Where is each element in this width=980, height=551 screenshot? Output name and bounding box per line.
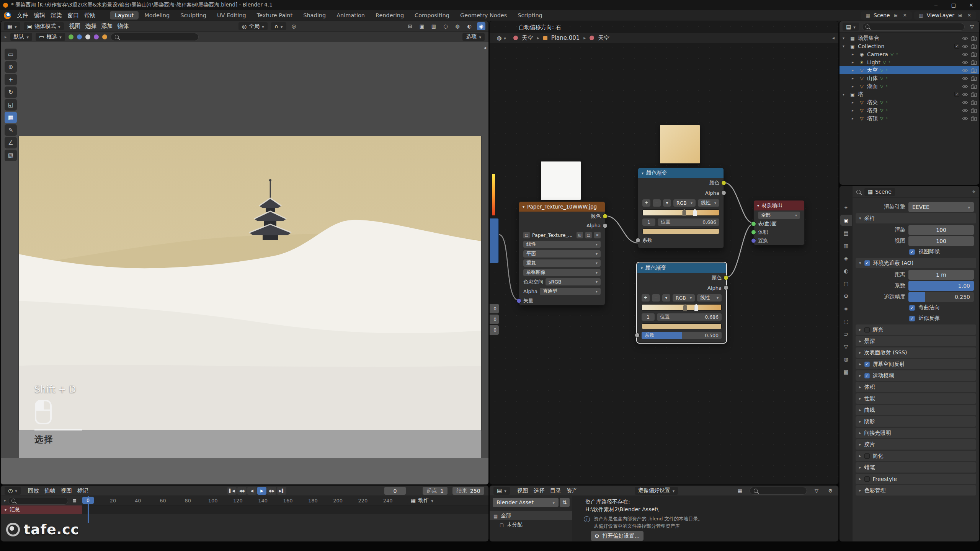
outliner-item-label[interactable]: 塔尖 [867,99,878,106]
outliner-row[interactable]: ▸ 塔顶 ✓ [840,114,979,122]
shader-node-editor[interactable]: 自动偏移方向: 右 ◍ 天空 ▸ Plane.001 ▸ 天空 ◂ 000 ▾P… [490,21,838,484]
sidebar-collapse-icon[interactable]: ◂ [832,35,835,41]
color-output-socket[interactable] [724,276,728,280]
outliner-row[interactable]: ▸ Camera ✓ [840,50,979,58]
viewport-denoise-checkbox[interactable] [909,249,915,255]
hide-in-viewport-icon[interactable] [962,68,968,73]
stop-index-field[interactable]: 1 [642,218,655,226]
workspace-tab[interactable]: Animation [332,11,370,20]
workspace-tab[interactable]: Compositing [410,11,454,20]
asset-menu-item[interactable]: 资产 [565,487,580,495]
hide-in-viewport-icon[interactable] [962,76,968,81]
workspace-tab[interactable]: Sculpting [175,11,211,20]
expand-arrow-icon[interactable]: ▸ [852,68,856,72]
viewport-search[interactable] [111,33,199,41]
output-target-dropdown[interactable]: 全部 [758,212,800,219]
color-ramp-gradient[interactable] [642,304,722,311]
properties-section[interactable]: Freestyle [856,474,976,484]
workspace-tab[interactable]: Scripting [513,11,547,20]
colorramp-node-1[interactable]: ▾颜色渐变 颜色 Alpha + − ▾ RGB 线性 1 位置0.686 系数 [638,168,724,248]
ao-precision-slider[interactable]: 0.250 [908,292,974,302]
expand-arrow-icon[interactable]: ▸ [852,100,856,104]
properties-tab[interactable]: ◉ [840,215,852,226]
section-checkbox[interactable] [864,327,870,333]
expand-arrow-icon[interactable]: ▸ [852,116,856,121]
summary-channel[interactable]: ▾汇总 [1,505,82,514]
properties-section[interactable]: 次表面散射 (SSS) [856,347,976,358]
ao-section-header[interactable]: 环境光遮蔽 (AO) [856,258,976,268]
unlink-scene-button[interactable]: ✕ [902,12,908,19]
outliner-item-label[interactable]: 天空 [867,67,878,74]
viewport-canvas[interactable]: ▭⊕+↻◱▦✎∠▧ ◂ [1,42,488,484]
colorramp-node-2[interactable]: ▾颜色渐变 颜色 Alpha + − ▾ RGB 线性 1 位置0.686 系数… [637,262,726,343]
filter-icon[interactable]: ▽ [968,23,976,31]
pin-icon[interactable]: ⌖ [972,188,975,195]
color-ramp-gradient[interactable] [642,209,719,216]
editor-type-button[interactable]: ▤ [843,23,859,31]
transport-button[interactable]: ◀◆ [237,487,247,495]
open-preferences-button[interactable]: ⚙打开偏好设置... [591,531,644,541]
outliner[interactable]: ▤ ▽ ▾ 场景集合 ✓ ▾ Collection [840,21,979,185]
properties-section[interactable]: 简化 [856,451,976,461]
hide-in-viewport-icon[interactable] [962,92,968,97]
alpha-output-socket[interactable] [721,191,726,196]
workspace-tab[interactable]: Layout [110,11,139,20]
properties-tab[interactable]: ◐ [840,265,852,276]
viewport-menu-item[interactable]: 视图 [67,22,83,30]
summary-track[interactable]: ▾汇总 [1,505,488,514]
breadcrumb-object[interactable]: Plane.001 [551,34,580,41]
snap-selector[interactable]: ∩ [271,22,286,30]
toolbar-tool-button[interactable]: ◱ [5,99,17,111]
collapse-icon[interactable]: ▾ [523,205,524,209]
remove-viewlayer-button[interactable]: ✕ [966,12,973,19]
editor-type-button[interactable]: ◍ [493,34,510,42]
outliner-row[interactable]: ▸ Light ✓ [840,58,979,66]
properties-section[interactable]: 辉光 [856,324,976,335]
workspace-tab[interactable]: UV Editing [212,11,251,20]
properties-tab[interactable]: ◍ [840,354,852,365]
outliner-row[interactable]: ▸ 塔身 ✓ [840,106,979,114]
workspace-tab[interactable]: Modeling [139,11,175,20]
ramp-stop[interactable] [682,209,686,216]
new-viewlayer-button[interactable]: ⊞ [957,12,964,19]
outliner-item-label[interactable]: 场景集合 [858,35,879,42]
transport-button[interactable]: ◆▶ [267,487,276,495]
properties-tab[interactable]: ▩ [840,366,852,377]
color-space-dropdown[interactable]: sRGB [546,278,601,285]
new-image-icon[interactable]: ⊞ [577,232,583,238]
properties-section[interactable]: 曲线 [856,405,976,415]
outliner-item-label[interactable]: Camera [867,51,888,57]
color-output-socket[interactable] [721,181,726,186]
context-breadcrumb[interactable]: ▦Scene [864,188,895,196]
scene-selector[interactable]: ▦ Scene ⊞ ✕ [861,11,912,20]
value-field[interactable]: 0 [490,315,499,324]
topbar-menu-item[interactable]: 编辑 [32,11,47,20]
outliner-row[interactable]: ▸ 塔尖 ✓ [840,98,979,106]
asset-menu-item[interactable]: 选择 [532,487,547,495]
surface-input-socket[interactable] [751,222,756,227]
asset-library-dropdown[interactable]: Blender Asset [493,498,559,507]
shading-rendered-button[interactable]: ◉ [477,22,485,30]
disable-in-renders-icon[interactable] [971,36,977,41]
transport-button[interactable]: ▶ [257,487,266,495]
camera-view[interactable] [19,136,481,430]
refresh-library-icon[interactable]: ⇅ [560,498,570,507]
shading-solid-button[interactable]: ◍ [453,22,462,30]
stop-color-swatch[interactable] [642,323,722,329]
tool-settings-expand-icon[interactable]: ▸ [5,34,7,39]
disable-in-renders-icon[interactable] [971,60,977,65]
collapse-icon[interactable]: ▾ [642,171,644,175]
channel-search[interactable] [8,497,68,505]
outliner-row[interactable]: ▾ 场景集合 ✓ [840,34,979,42]
asset-search-input[interactable] [760,487,803,494]
alpha-output-socket[interactable] [603,223,608,228]
workspace-tab[interactable]: Texture Paint [252,11,298,20]
filter-icon[interactable]: ▽ [812,487,821,495]
filter-icon[interactable]: ≣ [70,497,79,505]
breadcrumb-world[interactable]: 天空 [522,34,533,42]
maximize-button[interactable]: □ [945,0,962,10]
topbar-menu-item[interactable]: 文件 [15,11,30,20]
alpha-mode-dropdown[interactable]: 直通型 [540,288,601,295]
workspace-tab[interactable]: Shading [298,11,331,20]
open-image-icon[interactable]: ▤ [585,232,592,238]
